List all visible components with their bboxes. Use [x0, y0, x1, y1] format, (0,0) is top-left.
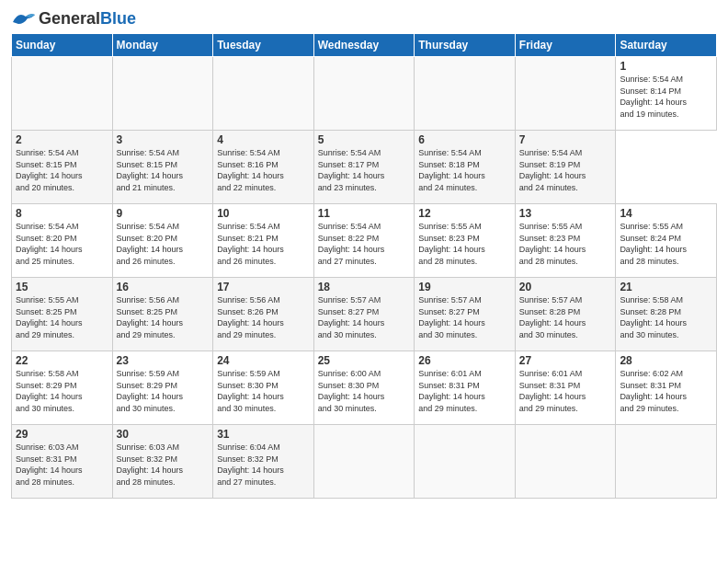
day-info: Sunrise: 5:55 AMSunset: 8:25 PMDaylight:… — [16, 294, 108, 340]
page-container: GeneralBlue SundayMondayTuesdayWednesday… — [0, 0, 728, 506]
day-cell-18: 18 Sunrise: 5:57 AMSunset: 8:27 PMDaylig… — [313, 278, 415, 351]
weekday-header-saturday: Saturday — [616, 34, 717, 57]
empty-cell — [213, 57, 314, 131]
day-info: Sunrise: 5:54 AMSunset: 8:17 PMDaylight:… — [318, 147, 411, 193]
day-cell-19: 19 Sunrise: 5:57 AMSunset: 8:27 PMDaylig… — [415, 278, 516, 351]
day-number: 28 — [620, 354, 712, 367]
day-number: 16 — [117, 281, 210, 293]
weekday-header-wednesday: Wednesday — [313, 34, 415, 57]
day-cell-30: 30 Sunrise: 6:03 AMSunset: 8:32 PMDaylig… — [112, 425, 213, 499]
day-number: 24 — [217, 354, 310, 367]
day-number: 1 — [620, 60, 712, 73]
weekday-header-friday: Friday — [515, 34, 616, 57]
day-info: Sunrise: 5:58 AMSunset: 8:28 PMDaylight:… — [620, 294, 712, 340]
empty-cell — [112, 57, 213, 131]
day-cell-1: 1 Sunrise: 5:54 AMSunset: 8:14 PMDayligh… — [616, 57, 717, 131]
calendar-table: SundayMondayTuesdayWednesdayThursdayFrid… — [11, 33, 717, 499]
day-info: Sunrise: 6:01 AMSunset: 8:31 PMDaylight:… — [519, 368, 612, 414]
day-cell-7: 7 Sunrise: 5:54 AMSunset: 8:19 PMDayligh… — [515, 131, 616, 204]
day-number: 3 — [117, 133, 210, 146]
day-number: 9 — [117, 207, 210, 220]
empty-cell — [515, 57, 616, 131]
day-cell-27: 27 Sunrise: 6:01 AMSunset: 8:31 PMDaylig… — [515, 351, 616, 425]
day-cell-6: 6 Sunrise: 5:54 AMSunset: 8:18 PMDayligh… — [415, 131, 516, 204]
day-cell-10: 10 Sunrise: 5:54 AMSunset: 8:21 PMDaylig… — [213, 204, 314, 278]
day-info: Sunrise: 6:02 AMSunset: 8:31 PMDaylight:… — [620, 368, 712, 414]
day-number: 15 — [16, 281, 108, 293]
day-number: 21 — [620, 281, 712, 293]
day-info: Sunrise: 5:54 AMSunset: 8:20 PMDaylight:… — [117, 221, 210, 267]
day-number: 17 — [217, 281, 310, 293]
calendar-week-4: 15 Sunrise: 5:55 AMSunset: 8:25 PMDaylig… — [12, 278, 717, 351]
day-info: Sunrise: 5:57 AMSunset: 8:27 PMDaylight:… — [418, 294, 511, 340]
empty-cell — [12, 57, 113, 131]
logo-icon — [11, 9, 37, 28]
day-number: 8 — [16, 207, 108, 220]
day-info: Sunrise: 5:55 AMSunset: 8:24 PMDaylight:… — [620, 221, 712, 267]
day-cell-9: 9 Sunrise: 5:54 AMSunset: 8:20 PMDayligh… — [112, 204, 213, 278]
day-number: 18 — [318, 281, 411, 293]
day-number: 6 — [418, 133, 511, 146]
day-number: 30 — [117, 428, 210, 441]
day-info: Sunrise: 5:54 AMSunset: 8:19 PMDaylight:… — [519, 147, 612, 193]
day-number: 29 — [16, 428, 108, 441]
day-cell-11: 11 Sunrise: 5:54 AMSunset: 8:22 PMDaylig… — [313, 204, 415, 278]
day-number: 2 — [16, 133, 108, 146]
day-cell-15: 15 Sunrise: 5:55 AMSunset: 8:25 PMDaylig… — [12, 278, 113, 351]
empty-cell — [415, 57, 516, 131]
logo: GeneralBlue — [11, 9, 136, 28]
day-cell-29: 29 Sunrise: 6:03 AMSunset: 8:31 PMDaylig… — [12, 425, 113, 499]
day-number: 10 — [217, 207, 310, 220]
weekday-header-sunday: Sunday — [12, 34, 113, 57]
day-info: Sunrise: 5:54 AMSunset: 8:18 PMDaylight:… — [418, 147, 511, 193]
day-number: 13 — [519, 207, 612, 220]
day-info: Sunrise: 5:56 AMSunset: 8:26 PMDaylight:… — [217, 294, 310, 340]
day-cell-16: 16 Sunrise: 5:56 AMSunset: 8:25 PMDaylig… — [112, 278, 213, 351]
day-number: 12 — [418, 207, 511, 220]
day-number: 19 — [418, 281, 511, 293]
day-info: Sunrise: 5:54 AMSunset: 8:15 PMDaylight:… — [117, 147, 210, 193]
calendar-week-5: 22 Sunrise: 5:58 AMSunset: 8:29 PMDaylig… — [12, 351, 717, 425]
calendar-header-row: SundayMondayTuesdayWednesdayThursdayFrid… — [12, 34, 717, 57]
day-number: 31 — [217, 428, 310, 441]
day-number: 22 — [16, 354, 108, 367]
day-info: Sunrise: 5:57 AMSunset: 8:27 PMDaylight:… — [318, 294, 411, 340]
calendar-week-2: 2 Sunrise: 5:54 AMSunset: 8:15 PMDayligh… — [12, 131, 717, 204]
day-cell-2: 2 Sunrise: 5:54 AMSunset: 8:15 PMDayligh… — [12, 131, 113, 204]
logo-text: GeneralBlue — [39, 10, 136, 27]
day-number: 4 — [217, 133, 310, 146]
day-info: Sunrise: 6:03 AMSunset: 8:31 PMDaylight:… — [16, 442, 108, 488]
weekday-header-thursday: Thursday — [415, 34, 516, 57]
day-info: Sunrise: 6:04 AMSunset: 8:32 PMDaylight:… — [217, 442, 310, 488]
day-info: Sunrise: 5:54 AMSunset: 8:15 PMDaylight:… — [16, 147, 108, 193]
calendar-week-3: 8 Sunrise: 5:54 AMSunset: 8:20 PMDayligh… — [12, 204, 717, 278]
day-cell-4: 4 Sunrise: 5:54 AMSunset: 8:16 PMDayligh… — [213, 131, 314, 204]
day-info: Sunrise: 5:59 AMSunset: 8:29 PMDaylight:… — [117, 368, 210, 414]
day-cell-21: 21 Sunrise: 5:58 AMSunset: 8:28 PMDaylig… — [616, 278, 717, 351]
day-number: 7 — [519, 133, 612, 146]
day-info: Sunrise: 5:55 AMSunset: 8:23 PMDaylight:… — [418, 221, 511, 267]
day-cell-12: 12 Sunrise: 5:55 AMSunset: 8:23 PMDaylig… — [415, 204, 516, 278]
day-cell-8: 8 Sunrise: 5:54 AMSunset: 8:20 PMDayligh… — [12, 204, 113, 278]
day-info: Sunrise: 5:57 AMSunset: 8:28 PMDaylight:… — [519, 294, 612, 340]
day-cell-13: 13 Sunrise: 5:55 AMSunset: 8:23 PMDaylig… — [515, 204, 616, 278]
day-cell-14: 14 Sunrise: 5:55 AMSunset: 8:24 PMDaylig… — [616, 204, 717, 278]
weekday-header-tuesday: Tuesday — [213, 34, 314, 57]
day-info: Sunrise: 6:03 AMSunset: 8:32 PMDaylight:… — [117, 442, 210, 488]
day-info: Sunrise: 5:54 AMSunset: 8:22 PMDaylight:… — [318, 221, 411, 267]
day-info: Sunrise: 6:01 AMSunset: 8:31 PMDaylight:… — [418, 368, 511, 414]
day-number: 27 — [519, 354, 612, 367]
day-info: Sunrise: 6:00 AMSunset: 8:30 PMDaylight:… — [318, 368, 411, 414]
day-cell-5: 5 Sunrise: 5:54 AMSunset: 8:17 PMDayligh… — [313, 131, 415, 204]
day-cell-24: 24 Sunrise: 5:59 AMSunset: 8:30 PMDaylig… — [213, 351, 314, 425]
header: GeneralBlue — [11, 9, 717, 28]
empty-cell — [313, 425, 415, 499]
day-info: Sunrise: 5:54 AMSunset: 8:21 PMDaylight:… — [217, 221, 310, 267]
day-cell-25: 25 Sunrise: 6:00 AMSunset: 8:30 PMDaylig… — [313, 351, 415, 425]
day-info: Sunrise: 5:54 AMSunset: 8:16 PMDaylight:… — [217, 147, 310, 193]
day-cell-22: 22 Sunrise: 5:58 AMSunset: 8:29 PMDaylig… — [12, 351, 113, 425]
day-number: 25 — [318, 354, 411, 367]
day-cell-31: 31 Sunrise: 6:04 AMSunset: 8:32 PMDaylig… — [213, 425, 314, 499]
empty-cell — [515, 425, 616, 499]
calendar-week-6: 29 Sunrise: 6:03 AMSunset: 8:31 PMDaylig… — [12, 425, 717, 499]
